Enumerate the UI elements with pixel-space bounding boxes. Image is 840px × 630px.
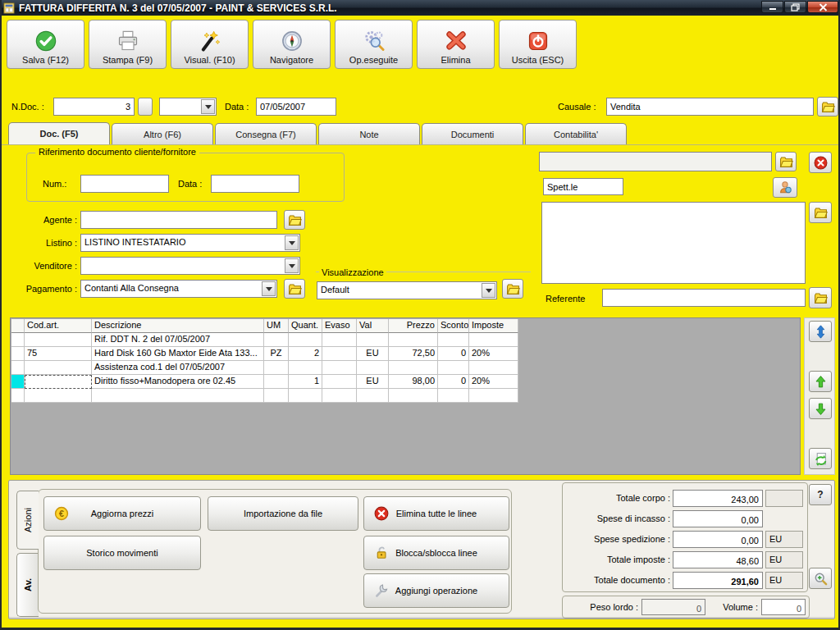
action-button-blocca-sblocca-linee[interactable]: Blocca/sblocca linee <box>363 536 509 570</box>
grid-cell[interactable]: Rif. DDT N. 2 del 07/05/2007 <box>92 333 264 347</box>
grid-cell[interactable]: PZ <box>264 347 289 361</box>
row-selector-cell[interactable] <box>11 389 25 403</box>
tab-doc-f5-[interactable]: Doc. (F5) <box>8 122 110 144</box>
grid-cell[interactable] <box>469 389 518 403</box>
listino-combobox[interactable]: LISTINO INTESTATARIO <box>80 234 300 252</box>
grid-cell[interactable]: 75 <box>25 347 92 361</box>
actions-tab-av[interactable]: Av. <box>16 553 39 617</box>
grid-cell[interactable]: 2 <box>289 347 322 361</box>
volume-input[interactable] <box>761 599 806 615</box>
toolbar-button-elimina[interactable]: Elimina <box>417 20 495 69</box>
rif-num-input[interactable] <box>80 175 169 193</box>
grid-cell[interactable] <box>289 361 322 375</box>
grid-cell[interactable] <box>25 361 92 375</box>
totals-help-button[interactable]: ? <box>809 484 832 505</box>
tab-documenti[interactable]: Documenti <box>422 123 523 144</box>
move-line-updown-button[interactable] <box>809 321 832 342</box>
ndoc-input[interactable] <box>53 98 135 116</box>
row-selector-cell[interactable] <box>11 347 25 361</box>
grid-cell[interactable] <box>264 389 289 403</box>
total-value[interactable] <box>673 490 763 507</box>
grid-cell[interactable] <box>92 389 264 403</box>
client-person-button[interactable] <box>773 177 797 198</box>
grid-cell[interactable] <box>389 389 438 403</box>
grid-cell[interactable] <box>322 347 357 361</box>
actions-tab-azioni[interactable]: Azioni <box>16 491 39 550</box>
total-value[interactable] <box>673 510 763 527</box>
tab-note[interactable]: Note <box>318 123 420 144</box>
tab-consegna-f7-[interactable]: Consegna (F7) <box>215 123 317 144</box>
row-selector-cell[interactable] <box>11 375 25 389</box>
chevron-down-icon[interactable] <box>482 283 495 298</box>
grid-cell[interactable] <box>25 389 92 403</box>
grid-cell[interactable] <box>322 375 357 389</box>
pagamento-folder-button[interactable] <box>284 279 305 299</box>
toolbar-button-uscita[interactable]: Uscita (ESC) <box>499 20 577 69</box>
grid-cell[interactable] <box>438 361 469 375</box>
referente-input[interactable] <box>602 289 806 307</box>
grid-cell[interactable] <box>438 389 469 403</box>
move-line-up-button[interactable] <box>809 371 832 392</box>
grid-cell[interactable]: 1 <box>289 375 322 389</box>
grid-cell[interactable] <box>438 333 469 347</box>
close-button[interactable] <box>807 1 838 13</box>
total-value[interactable] <box>673 531 763 548</box>
tab-altro-f6-[interactable]: Altro (F6) <box>112 123 213 144</box>
grid-cell[interactable] <box>389 361 438 375</box>
causale-folder-button[interactable] <box>817 97 838 116</box>
spettle-input[interactable] <box>543 178 623 195</box>
grid-cell[interactable] <box>357 389 389 403</box>
agente-input[interactable] <box>80 211 277 229</box>
restore-button[interactable] <box>784 1 806 13</box>
action-button-storico-movimenti[interactable]: Storico movimenti <box>43 536 201 570</box>
toolbar-button-op-eseguite[interactable]: Op.eseguite <box>335 20 413 69</box>
ndoc-more-button[interactable] <box>138 98 153 116</box>
minimize-button[interactable] <box>761 1 783 13</box>
visualizzazione-combobox[interactable]: Default <box>317 281 497 299</box>
chevron-down-icon[interactable] <box>285 258 299 273</box>
grid-cell[interactable] <box>389 333 438 347</box>
title-bar[interactable]: FATTURA DIFFERITA N. 3 del 07/05/2007 - … <box>0 0 840 16</box>
grid-cell[interactable] <box>264 333 289 347</box>
agente-folder-button[interactable] <box>284 210 305 230</box>
chevron-down-icon[interactable] <box>201 99 215 114</box>
grid-cell[interactable] <box>25 375 92 389</box>
grid-cell[interactable]: 20% <box>469 347 518 361</box>
series-combobox[interactable] <box>159 98 217 116</box>
causale-input[interactable] <box>606 98 814 116</box>
totals-zoom-button[interactable] <box>809 568 832 589</box>
grid-cell[interactable] <box>289 389 322 403</box>
grid-cell[interactable]: 0 <box>438 375 469 389</box>
grid-cell[interactable]: 72,50 <box>389 347 438 361</box>
refresh-lines-button[interactable] <box>809 448 832 469</box>
grid-cell[interactable]: 0 <box>438 347 469 361</box>
grid-cell[interactable]: EU <box>357 375 389 389</box>
grid-cell[interactable] <box>25 333 92 347</box>
grid-cell[interactable] <box>322 361 357 375</box>
referente-folder-button[interactable] <box>809 287 832 308</box>
grid-cell[interactable] <box>322 389 357 403</box>
grid-cell[interactable]: EU <box>357 347 389 361</box>
total-value[interactable] <box>673 572 763 589</box>
grid-cell[interactable] <box>357 361 389 375</box>
grid-cell[interactable]: 98,00 <box>389 375 438 389</box>
action-button-elimina-tutte-le-linee[interactable]: Elimina tutte le linee <box>363 496 509 531</box>
move-line-down-button[interactable] <box>809 398 832 419</box>
toolbar-button-salva[interactable]: Salva (F12) <box>7 20 84 69</box>
grid-cell[interactable]: 20% <box>469 375 518 389</box>
pagamento-combobox[interactable]: Contanti Alla Consegna <box>80 280 277 298</box>
chevron-down-icon[interactable] <box>285 235 299 250</box>
venditore-combobox[interactable] <box>80 257 300 275</box>
client-address-textarea[interactable] <box>541 202 806 284</box>
grid-cell[interactable] <box>469 361 518 375</box>
rif-data-input[interactable] <box>211 175 299 193</box>
address-folder-button[interactable] <box>809 202 832 223</box>
toolbar-button-navigatore[interactable]: Navigatore <box>253 20 331 69</box>
toolbar-button-stampa[interactable]: Stampa (F9) <box>89 20 167 69</box>
row-selector-cell[interactable] <box>11 361 25 375</box>
intestatario-field[interactable] <box>539 152 772 171</box>
grid-cell[interactable] <box>469 333 518 347</box>
grid-cell[interactable] <box>264 361 289 375</box>
toolbar-button-visual[interactable]: Visual. (F10) <box>171 20 249 69</box>
visualizzazione-folder-button[interactable] <box>502 279 523 299</box>
